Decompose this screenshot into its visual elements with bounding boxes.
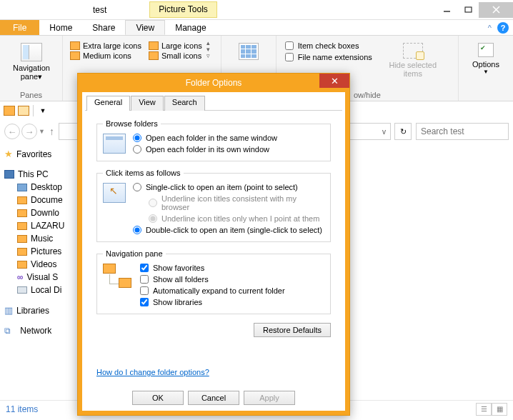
hide-selected-icon	[403, 43, 423, 59]
tree-network[interactable]: Network	[3, 324, 75, 337]
qat-dropdown[interactable]: ▼	[36, 105, 49, 116]
radio-double-click[interactable]: Double-click to open an item (single-cli…	[133, 226, 324, 234]
tree-pictures[interactable]: Pictures	[3, 245, 75, 258]
navigation-pane-icon	[21, 43, 42, 61]
maximize-button[interactable]	[457, 2, 479, 18]
qat-folder-icon[interactable]	[3, 105, 16, 116]
navpane-tree-icon	[103, 264, 134, 291]
tab-share[interactable]: Share	[82, 20, 125, 35]
close-button[interactable]	[479, 2, 513, 18]
options-button[interactable]: Options ▼	[464, 39, 507, 75]
check-show-all-folders[interactable]: Show all folders	[140, 275, 285, 284]
dialog-tab-general[interactable]: General	[86, 96, 130, 111]
history-dropdown[interactable]: ▼	[39, 128, 45, 135]
fieldset-navigation-pane: Navigation pane Show favorites Show all …	[96, 249, 331, 314]
dialog-title-text: Folder Options	[186, 78, 242, 88]
help-link-folder-options[interactable]: How do I change folder options?	[96, 368, 331, 376]
help-icon[interactable]: ?	[497, 22, 509, 34]
tab-file[interactable]: File	[0, 20, 39, 35]
dialog-tabs: General View Search	[85, 95, 342, 111]
radio-single-click[interactable]: Single-click to open an item (point to s…	[133, 183, 324, 191]
tree-music[interactable]: Music	[3, 232, 75, 245]
search-input[interactable]	[416, 123, 509, 140]
window-titlebar: test Picture Tools	[0, 0, 513, 20]
view-icons-toggle[interactable]: ▦	[492, 403, 507, 416]
dialog-close-button[interactable]: ✕	[319, 74, 349, 88]
browse-folders-icon	[103, 134, 126, 154]
back-button[interactable]: ←	[4, 124, 20, 139]
dialog-titlebar[interactable]: Folder Options ✕	[78, 74, 349, 92]
tree-favorites[interactable]: Favorites	[3, 147, 75, 161]
legend-navpane: Navigation pane	[103, 249, 166, 258]
layout-scroll-down[interactable]: ▾	[206, 46, 215, 52]
options-icon	[478, 43, 494, 57]
group-panes-label: Panes	[6, 89, 56, 99]
apply-button[interactable]: Apply	[244, 391, 295, 405]
check-show-libraries[interactable]: Show libraries	[140, 298, 285, 306]
layout-small-icons[interactable]: Small icons	[149, 51, 202, 60]
dialog-tab-view[interactable]: View	[131, 96, 164, 111]
tree-local-disk[interactable]: Local Di	[3, 284, 75, 296]
qat-open-icon[interactable]	[17, 105, 30, 116]
legend-browse: Browse folders	[103, 119, 161, 128]
folder-options-dialog: Folder Options ✕ General View Search Bro…	[77, 73, 350, 416]
ok-button[interactable]: OK	[132, 391, 184, 405]
current-view-button[interactable]	[227, 39, 270, 60]
refresh-button[interactable]: ↻	[394, 123, 412, 140]
legend-click: Click items as follows	[103, 169, 184, 177]
layout-more[interactable]: ▿	[206, 53, 215, 59]
tree-desktop[interactable]: Desktop	[3, 181, 75, 194]
radio-underline-point: Underline icon titles only when I point …	[133, 214, 324, 223]
tree-videos[interactable]: Videos	[3, 258, 75, 271]
click-items-icon	[103, 183, 126, 203]
tree-downloads[interactable]: Downlo	[3, 206, 75, 219]
check-show-favorites[interactable]: Show favorites	[140, 264, 285, 272]
dialog-tab-search[interactable]: Search	[164, 96, 205, 111]
fieldset-browse-folders: Browse folders Open each folder in the s…	[96, 119, 331, 161]
up-button[interactable]: ↑	[49, 126, 54, 137]
ribbon-tabs: File Home Share View Manage ^ ?	[0, 20, 513, 36]
tree-this-pc[interactable]: This PC	[3, 168, 75, 181]
radio-same-window[interactable]: Open each folder in the same window	[133, 134, 277, 142]
forward-button[interactable]: →	[21, 124, 37, 139]
layout-large-icons[interactable]: Large icons	[149, 41, 202, 50]
radio-underline-browser: Underline icon titles consistent with my…	[133, 194, 324, 211]
radio-own-window[interactable]: Open each folder in its own window	[133, 145, 277, 154]
tab-manage[interactable]: Manage	[165, 20, 216, 35]
restore-defaults-button[interactable]: Restore Defaults	[254, 323, 331, 337]
tab-home[interactable]: Home	[39, 20, 82, 35]
tree-lazaru[interactable]: LAZARU	[3, 219, 75, 232]
hide-selected-button: Hide selecteditems	[382, 39, 444, 89]
tree-visual-studio[interactable]: Visual S	[3, 271, 75, 284]
check-file-extensions[interactable]: File name extensions	[285, 53, 372, 61]
check-auto-expand[interactable]: Automatically expand to current folder	[140, 286, 285, 295]
ribbon-expand-icon[interactable]: ^	[488, 24, 492, 32]
tree-documents[interactable]: Docume	[3, 194, 75, 206]
tab-view[interactable]: View	[125, 20, 165, 35]
layout-medium-icons[interactable]: Medium icons	[70, 51, 141, 60]
layout-scroll-up[interactable]: ▴	[206, 40, 215, 46]
window-title: test	[93, 5, 106, 15]
status-item-count: 11 items	[6, 404, 38, 414]
minimize-button[interactable]	[436, 2, 457, 18]
check-item-checkboxes[interactable]: Item check boxes	[285, 41, 372, 50]
navigation-tree: Favorites This PC Desktop Docume Downlo …	[0, 143, 79, 400]
tree-libraries[interactable]: Libraries	[3, 304, 75, 317]
cancel-button[interactable]: Cancel	[188, 391, 239, 405]
fieldset-click-items: Click items as follows Single-click to o…	[96, 169, 331, 242]
svg-rect-1	[465, 7, 472, 12]
current-view-icon	[239, 43, 259, 60]
layout-extra-large-icons[interactable]: Extra large icons	[70, 41, 141, 50]
context-tab-picture-tools[interactable]: Picture Tools	[149, 1, 216, 18]
navigation-pane-button[interactable]: Navigationpane▾	[6, 39, 57, 81]
view-details-toggle[interactable]: ☰	[476, 403, 492, 416]
